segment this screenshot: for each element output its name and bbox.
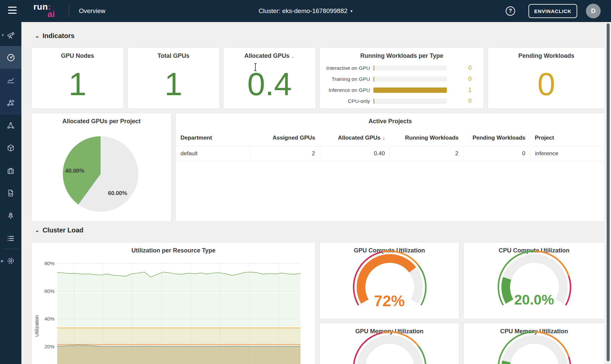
sort-descending-icon: ↓ [383,135,385,141]
list-icon [6,234,15,243]
table-cell: 2 [250,146,320,161]
logo-text-run: run [33,2,48,12]
gpu-nodes-card: GPU Nodes 1 [31,47,124,109]
telescope-icon [6,31,15,39]
workload-type-label: Interactive on GPU [320,65,373,71]
svg-text:60%: 60% [44,288,54,294]
sidebar-item-settings[interactable] [0,252,21,269]
workload-type-row: Interactive on GPU0 [320,62,484,73]
running-workloads-card: Running Workloads per Type Interactive o… [320,47,484,109]
briefcase-icon [6,166,15,175]
total-gpus-card: Total GPUs 1 [127,47,220,109]
help-icon[interactable]: ? [506,6,515,16]
runai-overview-screen: run: ai Overview Cluster: eks-demo-16780… [0,0,611,364]
runai-logo: run: ai [33,3,57,19]
gpu-nodes-value: 1 [32,62,123,106]
hamburger-menu-icon[interactable] [8,7,17,15]
workload-bar-track [373,99,447,104]
sidebar-divider [3,249,19,249]
collapse-chevron-icon: ⌄ [35,229,39,232]
sidebar-item-telescope[interactable] [0,26,21,44]
svg-text:80%: 80% [44,260,54,266]
sidebar-item-deployments[interactable] [0,207,21,224]
cpu-memory-gauge [491,325,578,364]
cluster-load-section-label: Cluster Load [42,226,83,234]
sidebar-item-resources[interactable] [0,230,21,247]
cpu-compute-utilization-card: CPU Compute Utilization 20.0% [463,242,605,319]
workload-type-label: Training on GPU [320,76,373,82]
sidebar-item-network[interactable] [0,117,21,134]
allocated-gpus-value: 0.4 [224,62,316,106]
pending-workloads-card: Pending Workloads 0 [488,47,605,109]
workload-type-label: Inference on GPU [320,87,373,93]
workload-type-label: CPU-only [320,98,373,104]
column-header-project[interactable]: Project [530,131,605,146]
account-button[interactable]: ENVINACLICK [528,4,577,18]
sidebar-item-models[interactable] [0,139,21,157]
workload-type-row: Training on GPU0 [320,73,484,84]
workload-count-value: 0 [447,75,472,82]
allocated-gpus-per-project-title: Allocated GPUs per Project [32,118,171,125]
allocated-gpus-card: Allocated GPUs⌄ 0.4 [223,47,316,109]
cpu-memory-utilization-card: CPU Memory Utilization [463,323,605,364]
gpu-memory-utilization-card: GPU Memory Utilization [320,323,459,364]
gpu-nodes-title: GPU Nodes [32,52,123,59]
column-header-department[interactable]: Department [176,131,250,146]
utilization-per-resource-type-card: Utilization per Resource Type 80%60%40%2… [31,242,316,364]
utilization-line-chart: 80%60%40%20%Utilization [32,242,316,364]
indicators-section-label: Indicators [42,32,75,40]
sidebar-item-projects[interactable] [0,162,21,179]
line-chart-icon [6,76,15,84]
topbar-divider [69,5,69,17]
cluster-load-section-header[interactable]: ⌄ Cluster Load [35,226,84,234]
cube-icon [6,144,15,152]
workload-bar-fill [373,87,447,93]
total-gpus-title: Total GPUs [128,52,219,59]
user-avatar[interactable]: D [586,4,601,18]
active-projects-table: DepartmentAssigned GPUsAllocated GPUs↓Ru… [176,131,605,161]
table-row: default20.4020inference [176,146,605,161]
sidebar: ▼ ▶ [0,22,21,364]
sidebar-item-templates[interactable] [0,184,21,202]
workload-count-value: 0 [447,98,472,105]
workload-bar-track [373,76,447,82]
workload-bar-track [373,65,447,71]
column-header-assigned-gpus[interactable]: Assigned GPUs [250,131,320,146]
svg-text:40%: 40% [44,316,54,322]
table-cell: inference [530,146,605,161]
allocated-gpus-per-project-card: Allocated GPUs per Project 40.00% 60.00% [31,113,171,222]
sidebar-item-overview-dashboard[interactable] [0,49,21,66]
top-navigation-bar: run: ai Overview Cluster: eks-demo-16780… [0,0,611,22]
workload-type-row: CPU-only0 [320,96,484,107]
vertical-scrollbar [605,22,611,364]
workload-bar-track [373,87,447,93]
scrollbar-thumb[interactable] [607,23,610,361]
sidebar-item-analytics[interactable] [0,71,21,89]
page-title: Overview [79,0,105,22]
column-header-allocated-gpus[interactable]: Allocated GPUs↓ [320,131,390,146]
pending-workloads-title: Pending Workloads [488,52,605,59]
dashboard-gauge-icon [6,53,15,62]
sidebar-item-workloads[interactable] [0,94,21,112]
svg-text:20%: 20% [44,344,54,349]
chevron-down-icon: ▾ [351,9,353,13]
allocated-gpus-title[interactable]: Allocated GPUs⌄ [224,52,316,59]
text-cursor-pointer [253,63,258,73]
pending-workloads-value: 0 [488,62,605,106]
chevron-down-icon: ⌄ [291,54,295,59]
network-gear-icon [6,99,15,107]
gpu-compute-gauge-value: 72% [320,292,459,310]
rocket-icon [6,211,15,220]
table-cell: default [176,146,250,161]
workload-count-value: 0 [447,64,472,71]
cluster-selector-dropdown[interactable]: Cluster: eks-demo-1678099882 ▾ [258,0,352,22]
column-header-running-workloads[interactable]: Running Workloads [390,131,463,146]
column-header-pending-workloads[interactable]: Pending Workloads [463,131,530,146]
active-projects-title: Active Projects [176,118,605,125]
cpu-compute-gauge-value: 20.0% [464,292,605,308]
indicators-section-header[interactable]: ⌄ Indicators [35,32,75,40]
logo-text-ai: ai [47,10,55,18]
table-cell: 0 [463,146,530,161]
allocated-gpus-title-text: Allocated GPUs [244,52,289,59]
gpu-memory-gauge [346,325,433,364]
